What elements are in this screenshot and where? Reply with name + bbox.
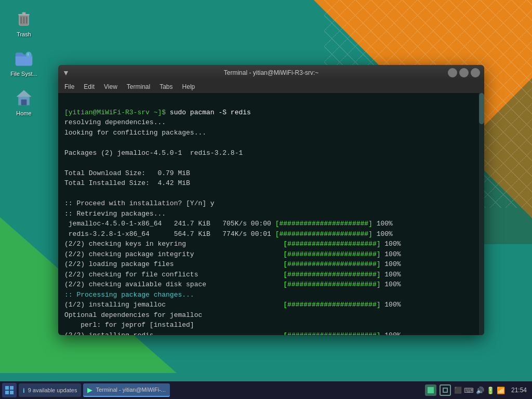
desktop-icon-home[interactable]: Home [5,84,43,119]
terminal-menu-icon[interactable]: ▼ [62,69,70,77]
filesystem-label: File Syst... [10,71,37,77]
tray-battery-icon[interactable]: 🔋 [486,387,495,394]
menu-file[interactable]: File [60,82,78,91]
desktop-icon-filesystem[interactable]: i File Syst... [5,45,43,80]
tray-icons: ⬛ ⌨ 🔊 🔋 📶 [454,387,505,394]
updates-icon: i [23,387,25,394]
progress-bar-2: [######################] [275,230,373,238]
svg-marker-10 [17,90,32,97]
trash-icon-img [14,8,34,29]
desktop-icon-trash[interactable]: Trash [5,5,43,41]
terminal-line-10: Optional dependencies for jemalloc perl:… [64,311,283,336]
filesystem-icon-img: i [14,48,34,69]
terminal-window: ▼ Terminal - yitian@MiWiFi-R3-srv:~ File… [58,65,484,335]
scrollbar-thumb [479,93,484,124]
updates-label: 9 available updates [28,387,77,393]
trash-label: Trash [17,31,31,37]
terminal-line-6: (2/2) checking for file conflicts [64,271,283,278]
svg-rect-15 [428,387,434,393]
terminal-taskbar-label: Terminal - yitian@MiWiFi-... [96,387,166,393]
tray-indicator-outline[interactable] [440,384,451,396]
taskbar-updates-button[interactable]: i 9 available updates [19,383,81,397]
terminal-line-1: resolving dependencies... looking for co… [64,118,275,228]
taskbar-clock: 21:54 [508,387,530,394]
pct-5: 100% [381,260,401,268]
terminal-line-5: (2/2) loading package files [64,260,283,268]
terminal-content: [yitian@MiWiFi-R3-srv ~]$ sudo pacman -S… [64,97,478,335]
svg-rect-2 [22,12,25,14]
progress-bar-1: [######################] [275,220,373,228]
desktop-icons: Trash i File Syst... [5,5,43,119]
progress-bar-7: [######################] [283,281,380,288]
taskbar-start-button[interactable] [2,383,17,397]
progress-bar-8: [######################] [283,301,380,309]
menu-tabs[interactable]: Tabs [155,82,177,91]
terminal-line-4: (2/2) checking package integrity [64,250,283,258]
tray-wifi-icon[interactable]: 📶 [497,387,505,394]
terminal-line-9: (1/2) installing jemalloc [64,301,283,309]
terminal-titlebar: ▼ Terminal - yitian@MiWiFi-R3-srv:~ [58,65,484,81]
tray-network-icon[interactable]: ⬛ [454,387,462,394]
svg-point-6 [26,51,32,57]
terminal-title: Terminal - yitian@MiWiFi-R3-srv:~ [224,69,319,76]
svg-rect-13 [5,391,9,394]
pct-6: 100% [381,271,401,278]
svg-rect-14 [10,391,14,394]
menu-help[interactable]: Help [178,82,200,91]
pct-8: 100% [381,301,401,309]
terminal-body[interactable]: [yitian@MiWiFi-R3-srv ~]$ sudo pacman -S… [58,93,484,335]
progress-bar-4: [######################] [283,250,380,258]
menu-terminal[interactable]: Terminal [123,82,154,91]
pct-4: 100% [381,250,401,258]
pct-1: 100% [373,220,393,228]
svg-rect-12 [10,386,14,390]
tray-keyboard-icon[interactable]: ⌨ [464,387,474,394]
menu-edit[interactable]: Edit [79,82,99,91]
terminal-line-3: (2/2) checking keys in keyring [64,240,283,248]
minimize-button[interactable] [448,68,457,77]
terminal-menubar: File Edit View Terminal Tabs Help [58,81,484,93]
menu-view[interactable]: View [100,82,122,91]
terminal-command: sudo pacman -S redis [166,109,251,116]
close-button[interactable] [471,68,480,77]
pct-9: 100% [381,331,401,336]
svg-rect-9 [21,100,27,105]
home-label: Home [16,110,31,116]
pct-2: 100% [373,230,393,238]
pct-3: 100% [381,240,401,248]
terminal-prompt: [yitian@MiWiFi-R3-srv ~]$ [64,109,166,116]
maximize-button[interactable] [459,68,469,77]
svg-rect-11 [5,386,9,390]
tray-volume-icon[interactable]: 🔊 [476,387,484,394]
terminal-line-2: redis-3.2.8-1-x86_64 564.7 KiB 774K/s 00… [64,230,275,238]
tray-indicator-filled[interactable] [425,384,436,396]
taskbar-terminal-button[interactable]: ▶ Terminal - yitian@MiWiFi-... [83,383,170,397]
titlebar-controls [448,68,480,77]
progress-bar-5: [######################] [283,260,380,268]
terminal-taskbar-icon: ▶ [87,386,92,394]
home-icon-img [14,87,34,108]
terminal-scrollbar[interactable] [479,93,484,335]
taskbar-right: ⬛ ⌨ 🔊 🔋 📶 21:54 [425,384,530,396]
progress-bar-6: [######################] [283,271,380,278]
pct-7: 100% [381,281,401,288]
svg-rect-1 [18,14,30,16]
terminal-line-8: :: Processing package changes... [64,291,194,299]
svg-rect-16 [443,388,447,392]
desktop: Trash i File Syst... [0,0,532,399]
taskbar: i 9 available updates ▶ Terminal - yitia… [0,381,532,399]
progress-bar-3: [######################] [283,240,380,248]
progress-bar-9: [######################] [283,331,380,336]
terminal-line-7: (2/2) checking available disk space [64,281,283,288]
